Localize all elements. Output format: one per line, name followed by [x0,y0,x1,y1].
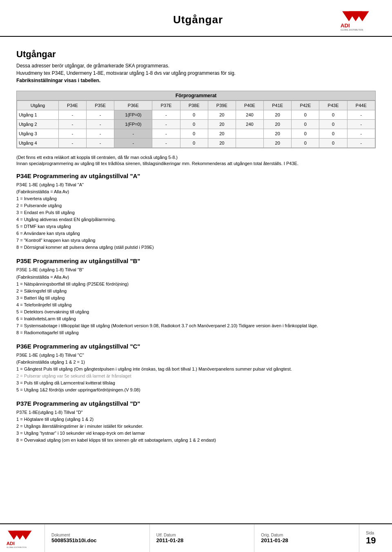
cell-value: 0 [180,129,208,139]
prog-line: 8 = Radiomottagarfel till utgång [16,329,376,336]
cell-value: - [347,139,375,148]
prog-line: P37E 1-8E(utgång 1-8) Tillval "D" [16,409,376,416]
prog-line: (Fabriksinställda = Alla Av) [16,274,376,281]
utgång-table: Utgång P34E P35E P36E P37E P38E P39E P40… [17,101,375,148]
cell-value: - [152,120,180,129]
svg-text:GLOBAL DISTRIBUTION: GLOBAL DISTRIBUTION [341,29,363,31]
prog-body-p34e: P34E 1-8E (utgång 1-8) Tillval "A"(Fabri… [16,181,376,251]
cell-value: 20 [208,120,236,129]
cell-value: 20 [208,110,236,120]
prog-line: P35E 1-8E (utgång 1-8) Tillval "B" [16,266,376,273]
prog-section-p37e: P37E Programmering av utgångstillval "D"… [16,400,376,444]
cell-value: - [114,139,152,148]
prog-heading-p35e: P35E Programmering av utgångstillval "B" [16,257,376,264]
footer-logo-icon: ADI GLOBAL DISTRIBUTION [5,527,38,549]
cell-value: - [87,110,114,120]
data-table-container: Förprogrammerat Utgång P34E P35E P36E P3… [16,91,376,148]
footer-document: Dokument 50085351b10i.doc [45,524,150,552]
prog-line: 4 = Utgång aktiveras endast EN gång/påla… [16,216,376,223]
col-p39e: P39E [208,101,236,110]
prog-line: 8 = Övervakad utgång (om en kabel klipps… [16,437,376,444]
table-row: Utgång 2--1(FP=0)-0202402000- [17,120,375,129]
table-forprogrammerat-label: Förprogrammerat [17,91,375,101]
cell-value: 0 [319,110,347,120]
cell-label: Utgång 2 [17,120,59,129]
cell-value: - [58,120,86,129]
prog-line: 6 = InaktivitetsLarm till utgång [16,315,376,322]
prog-line: 3 = Endast en Puls till utgång [16,209,376,216]
col-p38e: P38E [180,101,208,110]
col-p42e: P42E [292,101,319,110]
footer-orig-datum: Orig. Datum 2011-01-28 [254,524,359,552]
cell-value: - [347,120,375,129]
programming-sections: P34E Programmering av utgångstillval "A"… [16,172,376,444]
cell-value: 1(FP=0) [114,110,152,120]
cell-label: Utgång 3 [17,129,59,139]
prog-heading-p36e: P36E Programmering av utgångstillval "C" [16,343,376,350]
footer-logo: ADI GLOBAL DISTRIBUTION [0,524,45,552]
prog-line: 8 = Dörrsignal kommer att pulsera denna … [16,244,376,251]
prog-body-p35e: P35E 1-8E (utgång 1-8) Tillval "B"(Fabri… [16,266,376,336]
cell-value: 0 [180,110,208,120]
table-header-row: Utgång P34E P35E P36E P37E P38E P39E P40… [17,101,375,110]
prog-line: 5 = DTMF kan styra utgång [16,223,376,230]
cell-value: 20 [264,139,292,148]
prog-line: (Fabriksinställda utgång 1 & 2 = 1) [16,359,376,366]
col-p35e: P35E [87,101,114,110]
prog-line: 7 = "Kontroll" knappen kan styra utgång [16,237,376,244]
col-p34e: P34E [58,101,86,110]
page-header: Utgångar ADI GLOBAL DISTRIBUTION [0,0,392,37]
prog-line: 2 = Utgångs återställningstimer är i min… [16,423,376,430]
prog-line: 4 = Telefonlinjefel till utgång [16,302,376,308]
prog-line: 5 = Utgång 1&2 fördröjs under uppringarf… [16,387,376,393]
cell-value: 20 [264,129,292,139]
prog-section-p36e: P36E Programmering av utgångstillval "C"… [16,343,376,393]
cell-value [236,129,263,139]
footer-utf-datum: Utf. Datum 2011-01-28 [150,524,255,552]
page-title: Utgångar [57,13,339,26]
svg-text:ADI: ADI [7,541,15,546]
cell-value: - [347,110,375,120]
svg-text:ADI: ADI [341,22,350,29]
intro-line1: Dessa adresser berör utgångar, de gråmar… [16,63,376,69]
footer-utf-value: 2011-01-28 [156,537,248,543]
table-row: Utgång 1--1(FP=0)-0202402000- [17,110,375,120]
table-note1: (Det finns ett extra reläkort att koppla… [16,155,376,160]
cell-value: 0 [319,129,347,139]
cell-value: 20 [208,139,236,148]
footer-orig-value: 2011-01-28 [261,537,352,543]
col-p43e: P43E [319,101,347,110]
cell-value: - [87,139,114,148]
prog-section-p35e: P35E Programmering av utgångstillval "B"… [16,257,376,336]
intro-line2: Huvudmeny tex P34E, Undermeny 1-8E, mots… [16,70,376,76]
col-p41e: P41E [264,101,292,110]
cell-value: - [114,129,152,139]
prog-body-p36e: P36E 1-8E (utgång 1-8) Tillval "C"(Fabri… [16,352,376,393]
cell-value [236,139,263,148]
prog-line: 3 = Puls till utgång då Larmcentral kvit… [16,380,376,387]
prog-line: P34E 1-8E (utgång 1-8) Tillval "A" [16,181,376,188]
footer-sida-label: Sida [366,531,385,535]
footer-orig-label: Orig. Datum [261,533,352,537]
cell-value: 240 [236,110,263,120]
cell-label: Utgång 1 [17,110,59,120]
footer-document-value: 50085351b10i.doc [51,537,143,543]
col-p37e: P37E [152,101,180,110]
cell-value: 1(FP=0) [114,120,152,129]
cell-value: 0 [319,139,347,148]
prog-line: 3 = Utgång "tystnar" i 10 sekunder vid k… [16,430,376,437]
prog-line: 1 = Nätspänningsbortfall till utgång (P2… [16,281,376,288]
cell-value: - [152,139,180,148]
cell-value: 0 [292,120,319,129]
adi-logo-icon: ADI GLOBAL DISTRIBUTION [339,7,376,32]
cell-value: - [58,129,86,139]
col-p44e: P44E [347,101,375,110]
prog-body-p37e: P37E 1-8E(utgång 1-8) Tillval "D"1 = Hög… [16,409,376,444]
footer-utf-label: Utf. Datum [156,533,248,537]
cell-value: - [152,110,180,120]
footer-sida-value: 19 [366,535,385,546]
cell-value: - [58,139,86,148]
cell-value: 20 [264,110,292,120]
prog-line: 5 = Detektors övervakning till utgång [16,308,376,315]
prog-heading-p37e: P37E Programmering av utgångstillval "D" [16,400,376,407]
